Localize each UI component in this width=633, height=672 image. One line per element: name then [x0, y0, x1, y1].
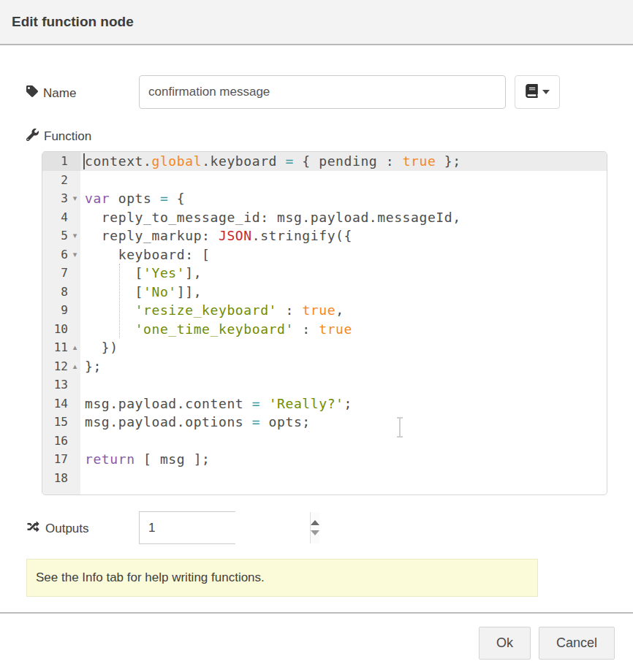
line-number: 7: [42, 264, 69, 283]
code-line[interactable]: 4 reply_to_message_id: msg.payload.messa…: [42, 208, 607, 227]
spinner-up-icon[interactable]: [311, 520, 319, 525]
line-number: 5: [42, 226, 69, 245]
fold-open-icon[interactable]: ▾: [69, 189, 80, 208]
fold-open-icon[interactable]: ▾: [69, 245, 80, 264]
fold-spacer: [69, 152, 80, 171]
function-label-row: Function: [26, 129, 91, 145]
line-number: 8: [42, 283, 69, 302]
gutter-cell: 4: [42, 208, 80, 227]
line-number: 6: [42, 245, 69, 264]
code-line[interactable]: 13: [42, 375, 607, 394]
line-number: 13: [42, 375, 69, 394]
wrench-icon: [26, 129, 39, 145]
gutter-cell: 5▾: [42, 226, 80, 245]
code-editor[interactable]: 1context.global.keyboard = { pending : t…: [42, 151, 607, 495]
code-line[interactable]: 1context.global.keyboard = { pending : t…: [42, 152, 607, 171]
line-number: 15: [42, 413, 69, 432]
gutter-cell: 3▾: [42, 189, 80, 208]
line-number: 14: [42, 394, 69, 413]
code-text: }): [80, 338, 118, 357]
fold-spacer: [69, 264, 80, 283]
line-number: 9: [42, 301, 69, 320]
code-line[interactable]: 17return [ msg ];: [42, 450, 607, 469]
gutter-cell: 7: [42, 264, 80, 283]
line-number: 17: [42, 450, 69, 469]
code-text: return [ msg ];: [80, 450, 211, 469]
code-text: 'resize_keyboard' : true,: [80, 301, 344, 320]
code-line[interactable]: 5▾ reply_markup: JSON.stringify({: [42, 226, 607, 245]
gutter-cell: 12▴: [42, 357, 80, 376]
code-text: [80, 171, 85, 190]
gutter-cell: 11▴: [42, 338, 80, 357]
code-line[interactable]: 15msg.payload.options = opts;: [42, 413, 607, 432]
code-line[interactable]: 18: [42, 469, 607, 488]
code-text: var opts = {: [80, 189, 185, 208]
fold-close-icon[interactable]: ▴: [69, 357, 80, 376]
shuffle-icon: [26, 521, 40, 536]
code-text: 'one_time_keyboard' : true: [80, 320, 352, 339]
outputs-input[interactable]: [140, 512, 310, 543]
edit-function-dialog: Edit function node Name Function 1contex…: [0, 0, 633, 672]
code-line[interactable]: 9 'resize_keyboard' : true,: [42, 301, 607, 320]
gutter-cell: 6▾: [42, 245, 80, 264]
ok-button[interactable]: Ok: [479, 627, 531, 660]
code-text: keyboard: [: [80, 245, 211, 264]
name-input[interactable]: [139, 75, 506, 109]
fold-spacer: [69, 320, 80, 339]
fold-open-icon[interactable]: ▾: [69, 226, 80, 245]
ibeam-cursor: [394, 416, 406, 441]
fold-spacer: [69, 283, 80, 302]
line-number: 11: [42, 338, 69, 357]
line-number: 3: [42, 189, 69, 208]
footer-divider: [0, 612, 633, 614]
info-tip: See the Info tab for help writing functi…: [26, 559, 538, 597]
fold-spacer: [69, 413, 80, 432]
fold-spacer: [69, 171, 80, 190]
code-line[interactable]: 11▴ }): [42, 338, 607, 357]
code-line[interactable]: 7 ['Yes'],: [42, 264, 607, 283]
line-number: 1: [42, 152, 69, 171]
name-label-row: Name: [26, 85, 76, 101]
library-button[interactable]: [515, 75, 560, 109]
spinner-down-icon[interactable]: [311, 530, 319, 535]
name-label: Name: [43, 86, 76, 101]
code-text: [80, 375, 85, 394]
code-line[interactable]: 14msg.payload.content = 'Really?';: [42, 394, 607, 413]
code-line[interactable]: 2: [42, 171, 607, 190]
code-text: context.global.keyboard = { pending : tr…: [80, 152, 461, 171]
code-line[interactable]: 16: [42, 432, 607, 451]
code-text: ['Yes'],: [80, 264, 202, 283]
text-cursor: [83, 153, 85, 169]
code-text: reply_to_message_id: msg.payload.message…: [80, 208, 461, 227]
gutter-cell: 15: [42, 413, 80, 432]
code-line[interactable]: 10 'one_time_keyboard' : true: [42, 320, 607, 339]
dialog-header: Edit function node: [0, 0, 633, 45]
line-number: 16: [42, 432, 69, 451]
gutter-cell: 14: [42, 394, 80, 413]
code-line[interactable]: 6▾ keyboard: [: [42, 245, 607, 264]
outputs-label-row: Outputs: [26, 521, 89, 536]
fold-spacer: [69, 469, 80, 488]
fold-spacer: [69, 450, 80, 469]
gutter-cell: 8: [42, 283, 80, 302]
fold-close-icon[interactable]: ▴: [69, 338, 80, 357]
code-text: };: [80, 357, 102, 376]
fold-spacer: [69, 208, 80, 227]
code-line[interactable]: 8 ['No']],: [42, 283, 607, 302]
code-line[interactable]: 12▴};: [42, 357, 607, 376]
chevron-down-icon: [542, 90, 550, 94]
gutter-cell: 13: [42, 375, 80, 394]
gutter-cell: 9: [42, 301, 80, 320]
code-line[interactable]: 3▾var opts = {: [42, 189, 607, 208]
spinner-buttons[interactable]: [310, 512, 319, 543]
code-text: [80, 432, 85, 451]
fold-spacer: [69, 394, 80, 413]
code-text: msg.payload.content = 'Really?';: [80, 394, 352, 413]
code-text: ['No']],: [80, 283, 202, 302]
outputs-label: Outputs: [45, 522, 89, 536]
gutter-cell: 10: [42, 320, 80, 339]
line-number: 2: [42, 171, 69, 190]
tag-icon: [26, 85, 38, 101]
cancel-button[interactable]: Cancel: [539, 627, 615, 660]
gutter-cell: 1: [42, 152, 80, 171]
